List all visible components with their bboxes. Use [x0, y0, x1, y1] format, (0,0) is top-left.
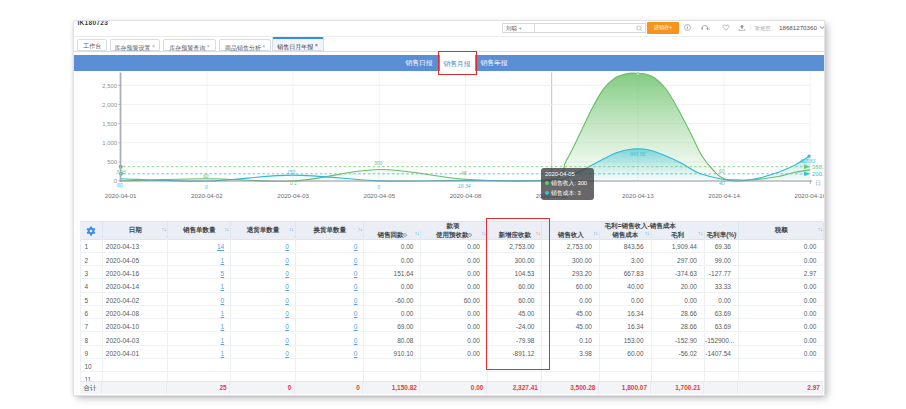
- svg-text:0.1: 0.1: [290, 179, 297, 185]
- svg-text:1,000: 1,000: [102, 140, 117, 146]
- svg-text:60: 60: [117, 181, 123, 187]
- svg-text:2,500: 2,500: [102, 82, 117, 88]
- svg-text:0: 0: [709, 27, 710, 31]
- svg-text:3: 3: [377, 184, 380, 190]
- svg-text:60: 60: [719, 167, 725, 173]
- svg-text:16.34: 16.34: [458, 182, 471, 188]
- svg-text:200.3: 200.3: [812, 171, 824, 177]
- svg-text:日: 日: [815, 179, 821, 186]
- svg-text:2020-04-02: 2020-04-02: [191, 191, 223, 198]
- svg-text:300: 300: [374, 160, 383, 166]
- svg-text:388.7: 388.7: [812, 163, 824, 169]
- svg-text:2020-04-14: 2020-04-14: [708, 191, 740, 198]
- svg-text:2020-04-13: 2020-04-13: [622, 191, 654, 198]
- svg-text:2020-04-16: 2020-04-16: [794, 191, 824, 198]
- svg-text:60: 60: [203, 172, 209, 178]
- svg-text:3.98: 3.98: [116, 169, 126, 175]
- svg-text:1,500: 1,500: [102, 120, 117, 126]
- svg-text:2020-04-05: 2020-04-05: [363, 191, 395, 198]
- svg-text:2020-04-03: 2020-04-03: [277, 191, 309, 198]
- svg-text:40: 40: [719, 180, 725, 186]
- svg-text:2,000: 2,000: [102, 101, 117, 107]
- svg-text:2020-04-01: 2020-04-01: [105, 191, 137, 198]
- svg-text:500: 500: [107, 159, 118, 165]
- svg-text:45: 45: [461, 170, 467, 176]
- svg-text:0: 0: [205, 184, 208, 190]
- svg-text:843.56: 843.56: [630, 151, 646, 157]
- svg-text:2020-04-08: 2020-04-08: [450, 191, 482, 198]
- svg-text:153: 153: [287, 169, 296, 175]
- svg-text:667.83: 667.83: [800, 158, 816, 164]
